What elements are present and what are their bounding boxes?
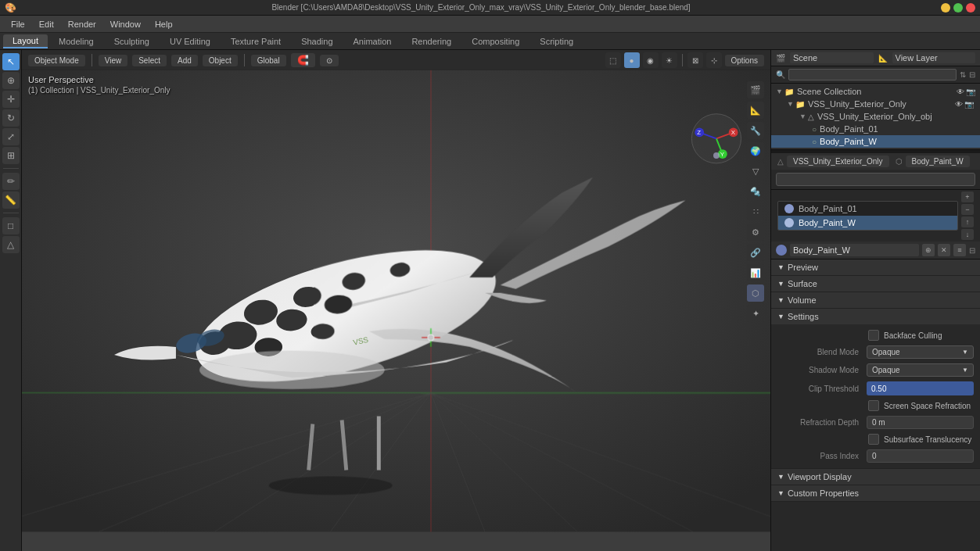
material-shading[interactable]: ◉ [643, 52, 659, 68]
sort-icon[interactable]: ⇅ [960, 70, 966, 79]
scene-name[interactable]: Scene [790, 52, 874, 63]
menu-help[interactable]: Help [149, 18, 179, 30]
scene-collection-item[interactable]: ▼ 📁 Scene Collection 👁 📷 [771, 85, 980, 98]
menu-edit[interactable]: Edit [33, 18, 60, 30]
world-props-btn[interactable]: 🌍 [747, 142, 764, 159]
view-layer-name[interactable]: View Layer [892, 52, 976, 63]
minimize-button[interactable] [941, 3, 950, 13]
data-btn[interactable]: 📊 [747, 264, 764, 281]
solid-shading[interactable]: ● [624, 52, 640, 68]
move-tool[interactable]: ✛ [2, 91, 20, 108]
close-button[interactable] [966, 3, 975, 13]
transform-tool[interactable]: ⊞ [2, 147, 20, 164]
clip-threshold-bar[interactable]: 0.50 [867, 381, 974, 395]
vss-render[interactable]: 📷 [964, 100, 974, 109]
wireframe-shading[interactable]: ⬚ [605, 52, 621, 68]
mat-add-btn[interactable]: + [961, 191, 974, 202]
tab-sculpting[interactable]: Sculpting [105, 35, 159, 48]
constraints-btn[interactable]: 🔗 [747, 244, 764, 261]
settings-header[interactable]: ▼ Settings [771, 309, 980, 324]
material-item-bodyw[interactable]: Body_Paint_W [778, 216, 957, 230]
preview-header[interactable]: ▼ Preview [771, 259, 980, 275]
vss-visibility[interactable]: 👁 [955, 100, 963, 109]
pass-index-value[interactable]: 0 [867, 449, 974, 463]
mat-remove-btn[interactable]: − [961, 204, 974, 215]
select-menu[interactable]: Select [132, 55, 167, 66]
add-cube-tool[interactable]: □ [2, 217, 20, 234]
mat-context-material[interactable]: Body_Paint_W [906, 156, 970, 167]
ssr-checkbox[interactable] [868, 400, 879, 411]
scene-props-btn[interactable]: 🔧 [747, 122, 764, 139]
overlay-toggle[interactable]: ⊠ [687, 52, 703, 68]
object-menu[interactable]: Object [203, 55, 238, 66]
volume-header[interactable]: ▼ Volume [771, 292, 980, 308]
refraction-depth-value[interactable]: 0 m [867, 416, 974, 429]
sss-checkbox[interactable] [868, 434, 879, 445]
custom-props-header[interactable]: ▼ Custom Properties [771, 485, 980, 501]
body-paint-01-item[interactable]: ○ Body_Paint_01 [771, 123, 980, 135]
scene-canvas[interactable]: VSS X Y [22, 50, 770, 551]
material-btn[interactable]: ⬡ [747, 284, 764, 302]
mat-browse-btn[interactable]: ≡ [953, 244, 966, 256]
tab-modeling[interactable]: Modeling [49, 35, 103, 48]
shadow-mode-dropdown[interactable]: Opaque ▼ [867, 363, 974, 377]
menu-file[interactable]: File [5, 18, 31, 30]
tab-uv-editing[interactable]: UV Editing [160, 35, 220, 48]
collection-visibility[interactable]: 👁 [957, 88, 964, 96]
filter-toggle[interactable]: ⊟ [969, 70, 975, 79]
scale-tool[interactable]: ⤢ [2, 128, 20, 145]
tab-compositing[interactable]: Compositing [462, 35, 529, 48]
measure-tool[interactable]: 📏 [2, 191, 20, 209]
render-shading[interactable]: ☀ [662, 52, 677, 68]
tab-layout[interactable]: Layout [3, 34, 48, 48]
backface-culling-checkbox[interactable] [868, 330, 879, 341]
viewport-options-btn[interactable]: Options [725, 55, 764, 66]
tab-rendering[interactable]: Rendering [402, 35, 461, 48]
select-tool[interactable]: ↖ [2, 53, 20, 70]
transform-orientation[interactable]: Global [251, 55, 286, 66]
collection-search[interactable] [788, 69, 957, 81]
modifier-btn[interactable]: 🔩 [747, 183, 764, 200]
maximize-button[interactable] [953, 3, 963, 13]
mat-new-btn[interactable]: ⊕ [922, 244, 935, 256]
add-menu[interactable]: Add [171, 55, 198, 66]
shader-fx-btn[interactable]: ✦ [747, 305, 764, 322]
particles-btn[interactable]: ∷ [747, 203, 764, 220]
menu-render[interactable]: Render [62, 18, 102, 30]
annotate-tool[interactable]: ✏ [2, 173, 20, 190]
surface-header[interactable]: ▼ Surface [771, 276, 980, 292]
vss-obj-item[interactable]: ▼ △ VSS_Unity_Exterior_Only_obj [771, 110, 980, 123]
tab-texture-paint[interactable]: Texture Paint [221, 35, 290, 48]
active-material-name[interactable] [790, 244, 919, 256]
snap-magnet[interactable]: 🧲 [291, 53, 315, 67]
tab-shading[interactable]: Shading [292, 35, 342, 48]
scene-display-btn[interactable]: 🎬 [747, 81, 764, 98]
rotate-tool[interactable]: ↻ [2, 109, 20, 127]
object-props-btn[interactable]: ▽ [747, 163, 764, 180]
viewport-display-header[interactable]: ▼ Viewport Display [771, 469, 980, 485]
nav-gizmo-svg[interactable]: X Y Z [691, 114, 741, 163]
tab-scripting[interactable]: Scripting [530, 35, 583, 48]
viewport-3d[interactable]: Object Mode View Select Add Object Globa… [22, 50, 770, 551]
material-item-body01[interactable]: Body_Paint_01 [778, 202, 957, 216]
proportional-edit[interactable]: ⊙ [320, 55, 339, 66]
vss-collection-item[interactable]: ▼ 📁 VSS_Unity_Exterior_Only 👁 📷 [771, 98, 980, 110]
body-paint-w-item[interactable]: ○ Body_Paint_W [771, 135, 980, 148]
menu-window[interactable]: Window [104, 18, 147, 30]
view-menu[interactable]: View [99, 55, 128, 66]
add-cone-tool[interactable]: △ [2, 236, 20, 253]
material-search-input[interactable] [776, 173, 975, 186]
tab-animation[interactable]: Animation [344, 35, 401, 48]
mat-up-btn[interactable]: ↑ [961, 216, 974, 227]
mat-context-object[interactable]: VSS_Unity_Exterior_Only [787, 156, 889, 167]
render-layers-btn[interactable]: 📐 [747, 102, 764, 119]
cursor-tool[interactable]: ⊕ [2, 72, 20, 89]
mat-down-btn[interactable]: ↓ [961, 229, 974, 240]
object-mode-dropdown[interactable]: Object Mode [28, 55, 85, 66]
mat-filter-icon[interactable]: ⊟ [969, 246, 975, 255]
collection-render[interactable]: 📷 [966, 88, 975, 96]
gizmo-toggle[interactable]: ⊹ [706, 52, 722, 68]
blend-mode-dropdown[interactable]: Opaque ▼ [867, 345, 974, 359]
mat-unlink-btn[interactable]: ✕ [938, 244, 950, 256]
physics-btn[interactable]: ⚙ [747, 224, 764, 241]
